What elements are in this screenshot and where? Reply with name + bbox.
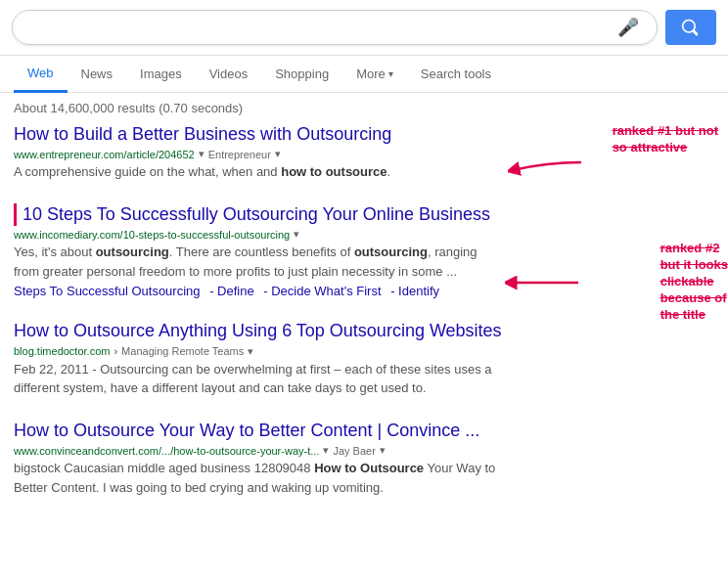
tab-search-tools[interactable]: Search tools — [407, 57, 505, 91]
result-1-url-arrow[interactable]: ▾ — [199, 148, 205, 160]
result-item: How to Build a Better Business with Outs… — [14, 123, 503, 182]
result-1-desc: A comprehensive guide on the what, when … — [14, 162, 503, 182]
result-1-title[interactable]: How to Build a Better Business with Outs… — [14, 123, 503, 146]
more-dropdown-arrow: ▾ — [388, 68, 393, 79]
search-icon — [681, 18, 701, 37]
mic-icon[interactable]: 🎤 — [617, 17, 639, 38]
search-input-wrapper: how to outsource 🎤 — [12, 10, 658, 45]
result-4-url-suffix: Jay Baer — [333, 445, 375, 457]
result-3-url-suffix: Managing Remote Teams — [121, 345, 244, 357]
arrow-2-svg — [505, 268, 583, 297]
annotation-1: ranked #1 but not so attractive — [613, 123, 718, 156]
result-2-url-text: www.incomediary.com/10-steps-to-successf… — [14, 229, 290, 241]
annotation-2: ranked #2 but it looks clickable because… — [660, 241, 728, 323]
tab-shopping[interactable]: Shopping — [261, 57, 342, 91]
result-item: How to Outsource Anything Using 6 Top Ou… — [14, 320, 503, 397]
search-bar: how to outsource 🎤 — [0, 0, 728, 56]
sitelink-3[interactable]: Decide What's First — [271, 284, 381, 298]
result-1-url-suffix: Entrepreneur — [208, 149, 271, 160]
results-count: About 14,600,000 results (0.70 seconds) — [0, 93, 728, 123]
results-container: How to Build a Better Business with Outs… — [0, 123, 728, 497]
result-4-url-suffix-arrow[interactable]: ▾ — [380, 444, 386, 457]
result-2-desc: Yes, it's about outsourcing. There are c… — [14, 243, 503, 281]
search-input[interactable]: how to outsource — [24, 19, 617, 36]
result-3-desc: Feb 22, 2011 - Outsourcing can be overwh… — [14, 360, 503, 398]
search-button[interactable] — [665, 10, 716, 45]
nav-tabs: Web News Images Videos Shopping More ▾ S… — [0, 56, 728, 93]
result-1-url-text: www.entrepreneur.com/article/204652 — [14, 149, 195, 160]
sitelink-2[interactable]: Define — [217, 284, 254, 298]
result-4-desc: bigstock Caucasian middle aged business … — [14, 459, 503, 497]
result-3-url-arrow[interactable]: ▾ — [248, 345, 253, 358]
tab-more[interactable]: More ▾ — [342, 57, 407, 91]
result-2-title[interactable]: 10 Steps To Successfully Outsourcing You… — [23, 203, 503, 226]
result-2-url: www.incomediary.com/10-steps-to-successf… — [14, 228, 503, 241]
result-3-url: blog.timedoctor.com › Managing Remote Te… — [14, 345, 503, 358]
result-3-title[interactable]: How to Outsource Anything Using 6 Top Ou… — [14, 320, 503, 342]
result-item: How to Outsource Your Way to Better Cont… — [14, 420, 503, 497]
result-1-url: www.entrepreneur.com/article/204652 ▾ En… — [14, 148, 503, 160]
tab-videos[interactable]: Videos — [196, 57, 262, 91]
tab-news[interactable]: News — [68, 57, 127, 91]
result-2-sitelinks: Steps To Successful Outsourcing - Define… — [14, 284, 503, 298]
result-1-url-suffix-arrow[interactable]: ▾ — [275, 148, 281, 160]
result-2-highlight: 10 Steps To Successfully Outsourcing You… — [14, 203, 503, 226]
result-4-title[interactable]: How to Outsource Your Way to Better Cont… — [14, 420, 503, 442]
result-4-url-text: www.convinceandconvert.com/.../how-to-ou… — [14, 445, 319, 457]
sitelink-1[interactable]: Steps To Successful Outsourcing — [14, 284, 201, 298]
arrow-1-svg — [508, 153, 586, 182]
result-2-url-arrow[interactable]: ▾ — [294, 228, 299, 241]
result-item: 10 Steps To Successfully Outsourcing You… — [14, 203, 503, 298]
tab-images[interactable]: Images — [126, 57, 196, 91]
sitelink-4[interactable]: Identify — [398, 284, 439, 298]
result-3-breadcrumb: › — [114, 345, 117, 357]
tab-web[interactable]: Web — [14, 56, 68, 93]
result-3-url-text: blog.timedoctor.com — [14, 345, 110, 357]
result-4-url: www.convinceandconvert.com/.../how-to-ou… — [14, 444, 503, 457]
result-4-url-arrow[interactable]: ▾ — [323, 444, 329, 457]
